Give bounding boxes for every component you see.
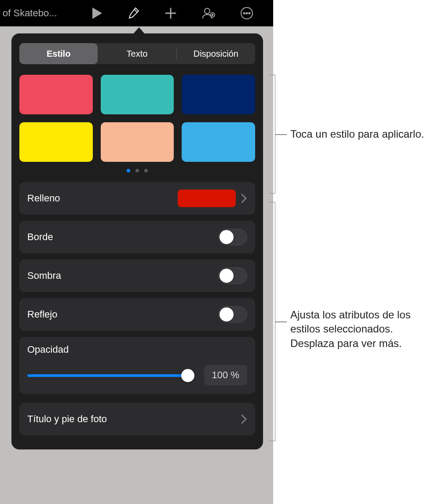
document-title: of Skatebo... xyxy=(3,7,77,19)
callout-bracket-attrs xyxy=(269,202,275,441)
border-label: Borde xyxy=(27,231,218,243)
svg-point-8 xyxy=(243,12,245,14)
opacity-value[interactable]: 100 % xyxy=(204,365,247,385)
fill-row[interactable]: Relleno xyxy=(19,182,255,215)
shadow-label: Sombra xyxy=(27,270,218,281)
callout-bracket-styles xyxy=(269,75,275,194)
tab-layout[interactable]: Disposición xyxy=(177,43,255,64)
border-toggle[interactable] xyxy=(218,229,247,245)
chevron-right-icon xyxy=(241,414,247,424)
fill-label: Relleno xyxy=(27,193,178,204)
more-icon[interactable] xyxy=(240,7,253,20)
reflection-label: Reflejo xyxy=(27,309,218,320)
callout-tick xyxy=(275,134,287,135)
page-dot xyxy=(144,169,148,172)
callout-tick xyxy=(275,321,287,322)
style-swatch-4[interactable] xyxy=(19,122,93,162)
reflection-row[interactable]: Reflejo xyxy=(19,298,255,331)
opacity-slider[interactable] xyxy=(27,369,194,381)
svg-point-10 xyxy=(249,12,250,14)
page-dot xyxy=(135,169,139,172)
tab-style[interactable]: Estilo xyxy=(19,43,98,64)
reflection-toggle[interactable] xyxy=(218,306,247,323)
style-swatch-3[interactable] xyxy=(182,75,255,114)
toolbar-icons xyxy=(92,7,253,20)
opacity-row: Opacidad 100 % xyxy=(19,337,255,394)
app-toolbar: of Skatebo... xyxy=(0,0,273,26)
plus-icon[interactable] xyxy=(165,7,177,19)
svg-point-9 xyxy=(246,12,247,14)
style-swatches-grid xyxy=(19,75,255,162)
title-caption-label: Título y pie de foto xyxy=(27,413,236,425)
callout-text-attrs: Ajusta los atributos de los estilos sele… xyxy=(290,308,439,351)
opacity-label: Opacidad xyxy=(27,344,247,355)
title-caption-row[interactable]: Título y pie de foto xyxy=(19,403,255,435)
style-swatch-5[interactable] xyxy=(101,122,174,162)
tab-text[interactable]: Texto xyxy=(98,43,176,64)
svg-marker-0 xyxy=(92,7,102,19)
format-popover: Estilo Texto Disposición Relleno Borde S… xyxy=(11,33,263,449)
chevron-right-icon xyxy=(241,194,247,203)
collaborate-icon[interactable] xyxy=(201,7,216,20)
svg-point-3 xyxy=(205,8,210,14)
style-swatch-2[interactable] xyxy=(101,75,174,114)
fill-color-swatch xyxy=(178,190,236,207)
format-tabs: Estilo Texto Disposición xyxy=(19,43,255,64)
style-swatch-1[interactable] xyxy=(19,75,93,114)
style-swatch-6[interactable] xyxy=(182,122,255,162)
callout-text-styles: Toca un estilo para aplicarlo. xyxy=(290,127,424,141)
shadow-row[interactable]: Sombra xyxy=(19,259,255,292)
page-dot xyxy=(127,169,130,172)
play-icon[interactable] xyxy=(92,7,102,19)
paintbrush-icon[interactable] xyxy=(127,7,140,20)
style-page-indicator xyxy=(19,166,255,174)
border-row[interactable]: Borde xyxy=(19,221,255,253)
shadow-toggle[interactable] xyxy=(218,267,247,284)
